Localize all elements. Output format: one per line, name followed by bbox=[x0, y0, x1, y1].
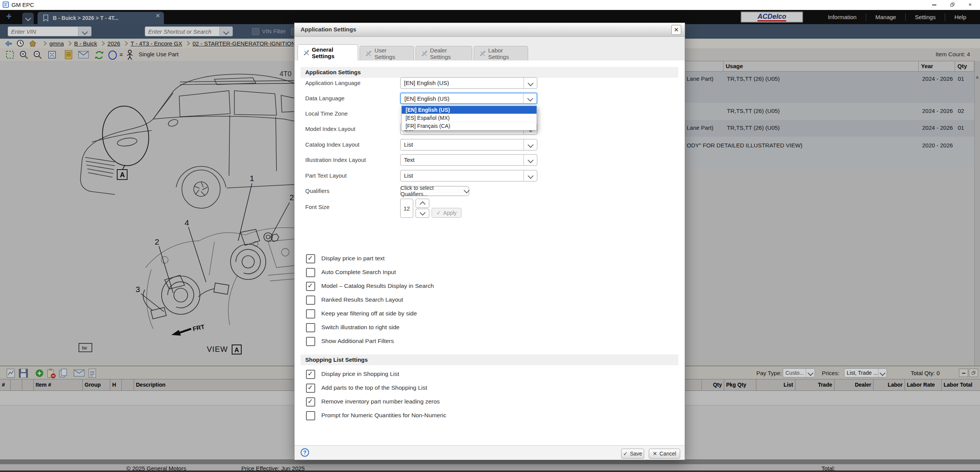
part-text-layout-select[interactable]: List bbox=[400, 170, 537, 181]
local-time-zone-label: Local Time Zone bbox=[305, 108, 348, 119]
check-icon: ✓ bbox=[308, 370, 313, 377]
illustration-index-layout-label: Illustration Index Layout bbox=[305, 154, 366, 166]
checkbox-box[interactable]: ✓ bbox=[306, 309, 315, 318]
checkbox-box[interactable]: ✓ bbox=[306, 411, 315, 420]
dialog-tab-strip: General Settings User Settings Dealer Se… bbox=[294, 37, 685, 60]
checkbox-label: Auto Complete Search Input bbox=[321, 269, 396, 276]
data-language-select[interactable]: [EN] English (US) bbox=[400, 93, 537, 104]
chevron-down-icon[interactable] bbox=[524, 170, 537, 181]
restore-button[interactable] bbox=[945, 0, 960, 10]
checkbox-box[interactable]: ✓ bbox=[306, 337, 315, 346]
dialog-title: Application Settings bbox=[301, 26, 356, 33]
checkbox-box[interactable]: ✓ bbox=[306, 397, 315, 407]
chevron-down-icon[interactable] bbox=[524, 155, 537, 165]
window-title: GM EPC bbox=[11, 2, 34, 8]
check-icon: ✓ bbox=[437, 210, 441, 216]
checkbox-label: Model – Catalog Results Display in Searc… bbox=[321, 283, 434, 289]
tools-icon bbox=[421, 51, 427, 57]
dropdown-option-es[interactable]: [ES] Español (MX) bbox=[402, 114, 537, 122]
close-button[interactable]: × bbox=[962, 0, 978, 10]
chevron-down-icon[interactable] bbox=[523, 93, 537, 103]
checkbox-label: Add parts to the top of the Shopping Lis… bbox=[321, 384, 427, 391]
tab-general-settings[interactable]: General Settings bbox=[298, 44, 358, 60]
save-button[interactable]: ✓Save bbox=[621, 449, 644, 459]
dropdown-option-en[interactable]: [EN] English (US) bbox=[402, 106, 537, 114]
checkbox-label: Display price in Shopping List bbox=[321, 371, 399, 377]
minimize-button[interactable] bbox=[926, 0, 942, 10]
tools-icon bbox=[303, 50, 309, 56]
checkbox-box[interactable]: ✓ bbox=[306, 268, 315, 277]
checkbox-label: Remove inventory part number leading zer… bbox=[321, 398, 440, 405]
dialog-header[interactable]: Application Settings ✕ bbox=[294, 23, 685, 37]
check-icon: ✓ bbox=[308, 397, 313, 405]
tab-user-settings[interactable]: User Settings bbox=[360, 46, 414, 60]
dialog-close-button[interactable]: ✕ bbox=[671, 25, 681, 35]
checkbox-label: Keep year filtering off at side by side bbox=[321, 310, 417, 317]
font-size-down-button[interactable] bbox=[416, 209, 429, 218]
gm-epc-window: GM EPC × + B - Buick > 2026 > T - 4T... … bbox=[0, 0, 980, 472]
check-icon: ✓ bbox=[623, 451, 628, 457]
checkbox-label: Switch illustration to right side bbox=[321, 324, 399, 331]
checkbox-label: Prompt for Numeric Quantities for Non-Nu… bbox=[321, 412, 446, 419]
checkbox-box[interactable]: ✓ bbox=[306, 296, 315, 305]
check-icon: ✓ bbox=[308, 254, 313, 262]
font-size-label: Font Size bbox=[305, 201, 329, 213]
catalog-index-layout-label: Catalog Index Layout bbox=[305, 139, 360, 150]
check-icon: ✓ bbox=[308, 384, 313, 391]
part-text-layout-label: Part Text Layout bbox=[305, 170, 347, 181]
tab-labor-settings[interactable]: Labor Settings bbox=[474, 46, 528, 60]
checkbox-box[interactable]: ✓ bbox=[306, 282, 315, 291]
checkbox-box[interactable]: ✓ bbox=[306, 323, 315, 332]
dialog-body: Application Settings Application Languag… bbox=[294, 60, 685, 445]
checkbox-box[interactable]: ✓ bbox=[306, 384, 315, 393]
font-size-input[interactable]: 12 bbox=[400, 199, 413, 218]
data-language-label: Data Language bbox=[305, 93, 345, 104]
checkbox-box[interactable]: ✓ bbox=[306, 370, 315, 379]
tools-icon bbox=[365, 51, 371, 57]
font-size-up-button[interactable] bbox=[416, 199, 429, 208]
checkbox-box[interactable]: ✓ bbox=[306, 254, 315, 263]
dialog-help-icon[interactable]: ? bbox=[301, 448, 309, 457]
illustration-index-layout-select[interactable]: Text bbox=[400, 154, 537, 166]
check-icon: ✓ bbox=[308, 282, 313, 289]
x-icon: ✕ bbox=[653, 451, 657, 457]
qualifiers-label: Qualifiers bbox=[305, 185, 329, 197]
qualifiers-button[interactable]: Click to select Qualifiers... bbox=[400, 186, 469, 196]
application-language-select[interactable]: [EN] English (US) bbox=[400, 77, 537, 89]
dropdown-option-fr[interactable]: [FR] Français (CA) bbox=[402, 122, 537, 130]
tab-dealer-settings[interactable]: Dealer Settings bbox=[416, 46, 472, 60]
cancel-button[interactable]: ✕Cancel bbox=[649, 449, 680, 459]
chevron-down-icon[interactable] bbox=[524, 139, 537, 150]
checkbox-label: Show Additional Part Filters bbox=[321, 338, 394, 345]
data-language-dropdown: [EN] English (US) [ES] Español (MX) [FR]… bbox=[401, 106, 537, 131]
catalog-index-layout-select[interactable]: List bbox=[400, 139, 537, 150]
checkbox-label: Display price in part text bbox=[321, 255, 384, 262]
title-bar: GM EPC × bbox=[0, 0, 980, 10]
font-size-apply-button[interactable]: ✓Apply bbox=[432, 208, 461, 218]
tools-icon bbox=[479, 51, 485, 57]
section-shopping-list-settings: Shopping List Settings bbox=[301, 354, 678, 365]
section-application-settings: Application Settings bbox=[301, 67, 678, 78]
dialog-footer: ? ✓Save ✕Cancel bbox=[294, 445, 685, 460]
app-icon bbox=[3, 2, 9, 8]
checkbox-label: Ranked Results Search Layout bbox=[321, 296, 403, 303]
application-settings-dialog: Application Settings ✕ General Settings … bbox=[294, 23, 685, 460]
chevron-down-icon[interactable] bbox=[524, 78, 537, 88]
application-language-label: Application Language bbox=[305, 77, 360, 89]
model-index-layout-label: Model Index Layout bbox=[305, 123, 355, 135]
